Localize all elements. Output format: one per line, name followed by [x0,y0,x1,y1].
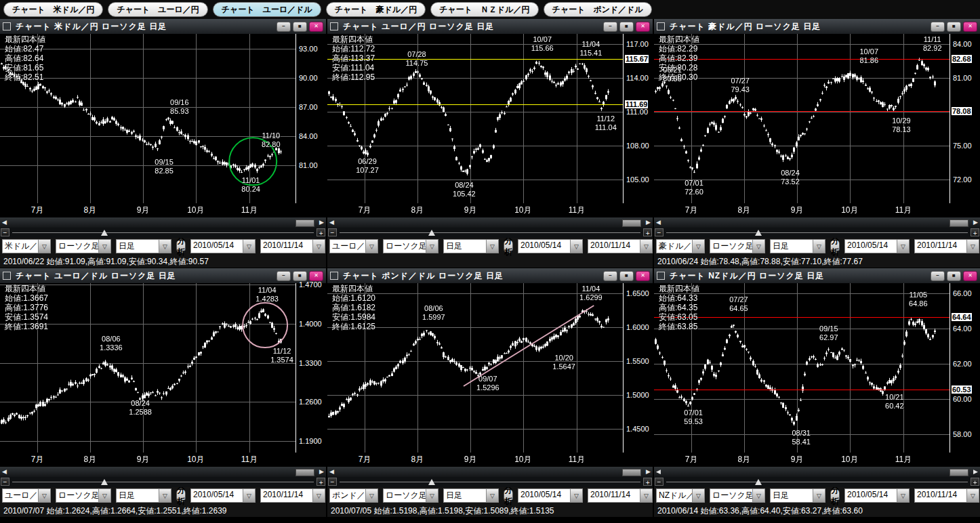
zoom-out-button[interactable]: − [1,478,9,486]
chart-style-select-value[interactable]: ローソク足 [710,489,752,502]
chart-scrollbar[interactable]: ◀▶ [327,466,653,477]
scroll-right-arrow-icon[interactable]: ▶ [973,219,978,226]
dropdown-arrow-icon[interactable]: ▽ [98,489,110,502]
zoom-in-button[interactable]: ＋ [643,478,652,486]
date-from-select-value[interactable]: 2010/05/14 [845,489,897,502]
zoom-in-button[interactable]: ＋ [971,228,979,236]
chart-scrollbar[interactable]: ◀▶ [0,217,326,228]
analyze-button[interactable]: 分析 [176,239,186,253]
chart-style-select-value[interactable]: ローソク足 [384,240,426,253]
zoom-slider-handle[interactable] [428,230,435,236]
minimize-button[interactable]: − [603,271,617,281]
dropdown-arrow-icon[interactable]: ▽ [98,240,110,253]
dropdown-arrow-icon[interactable]: ▽ [486,240,498,253]
dropdown-arrow-icon[interactable]: ▽ [365,489,377,502]
pair-select-value[interactable]: ポンド／ドル [330,489,365,502]
date-from-select-value[interactable]: 2010/05/14 [518,489,570,502]
dropdown-arrow-icon[interactable]: ▽ [159,240,171,253]
zoom-slider-handle[interactable] [755,230,762,236]
chart-scrollbar[interactable]: ◀▶ [327,217,653,228]
scrollbar-thumb[interactable] [950,219,968,227]
period-select-value[interactable]: 日足 [117,240,159,253]
date-to-select-value[interactable]: 2010/11/14 [588,240,640,253]
date-to-select-value[interactable]: 2010/11/14 [261,489,312,502]
chart-scrollbar[interactable]: ◀▶ [654,466,980,477]
chart-style-select-value[interactable]: ローソク足 [56,489,98,502]
scroll-right-arrow-icon[interactable]: ▶ [319,219,324,226]
maximize-button[interactable]: ■ [947,22,961,32]
scrollbar-thumb[interactable] [622,469,641,476]
close-button[interactable]: ✕ [636,271,650,281]
chart-style-select-value[interactable]: ローソク足 [384,489,426,502]
date-from-select-value[interactable]: 2010/05/14 [518,240,570,253]
close-button[interactable]: ✕ [963,22,977,32]
dropdown-arrow-icon[interactable]: ▽ [426,240,438,253]
close-button[interactable]: ✕ [309,22,323,32]
dropdown-arrow-icon[interactable]: ▽ [752,240,764,253]
analyze-button[interactable]: 分析 [176,488,186,503]
analyze-button[interactable]: 分析 [830,239,840,253]
maximize-button[interactable]: ■ [293,22,307,32]
zoom-out-button[interactable]: − [655,228,663,236]
dropdown-arrow-icon[interactable]: ▽ [813,240,825,253]
chart-scrollbar[interactable]: ◀▶ [654,217,980,228]
period-select-value[interactable]: 日足 [117,489,159,502]
dropdown-arrow-icon[interactable]: ▽ [897,489,909,502]
zoom-slider-handle[interactable] [101,479,108,485]
dropdown-arrow-icon[interactable]: ▽ [365,240,377,253]
maximize-button[interactable]: ■ [293,271,307,281]
pair-select-value[interactable]: ユーロ／ドル [3,489,38,502]
date-to-select-value[interactable]: 2010/11/14 [915,240,966,253]
tab-eurusd[interactable]: チャート ユーロ／ドル [213,2,321,17]
maximize-button[interactable]: ■ [947,271,961,281]
dropdown-arrow-icon[interactable]: ▽ [426,489,438,502]
period-select-value[interactable]: 日足 [444,489,486,502]
dropdown-arrow-icon[interactable]: ▽ [312,240,325,253]
zoom-out-button[interactable]: − [1,228,9,236]
pair-select-value[interactable]: 豪ドル／円 [657,240,692,253]
analyze-button[interactable]: 分析 [830,488,840,503]
scroll-left-arrow-icon[interactable]: ◀ [656,468,661,476]
scrollbar-thumb[interactable] [622,219,641,227]
scroll-left-arrow-icon[interactable]: ◀ [329,468,334,476]
tab-usdjpy[interactable]: チャート 米ドル／円 [3,2,103,17]
scroll-right-arrow-icon[interactable]: ▶ [973,468,978,476]
close-button[interactable]: ✕ [309,271,323,281]
maximize-button[interactable]: ■ [619,271,634,281]
dropdown-arrow-icon[interactable]: ▽ [570,240,582,253]
chart-scrollbar[interactable]: ◀▶ [0,466,326,477]
scroll-right-arrow-icon[interactable]: ▶ [646,468,651,476]
dropdown-arrow-icon[interactable]: ▽ [312,489,325,502]
pair-select-value[interactable]: 米ドル／円 [3,240,38,253]
date-to-select-value[interactable]: 2010/11/14 [261,240,312,253]
pair-select-value[interactable]: NZドル／円 [657,489,692,502]
scrollbar-thumb[interactable] [295,469,314,476]
zoom-in-button[interactable]: ＋ [971,478,979,486]
scroll-right-arrow-icon[interactable]: ▶ [646,219,651,226]
close-button[interactable]: ✕ [963,271,977,281]
dropdown-arrow-icon[interactable]: ▽ [692,240,704,253]
scroll-right-arrow-icon[interactable]: ▶ [319,468,324,476]
date-to-select-value[interactable]: 2010/11/14 [588,489,640,502]
minimize-button[interactable]: − [277,22,291,32]
date-from-select-value[interactable]: 2010/05/14 [191,240,243,253]
tab-nzdjpy[interactable]: チャート ＮＺドル／円 [430,2,538,17]
scrollbar-thumb[interactable] [295,219,314,227]
analyze-button[interactable]: 分析 [504,488,513,503]
dropdown-arrow-icon[interactable]: ▽ [486,489,498,502]
minimize-button[interactable]: − [931,271,945,281]
dropdown-arrow-icon[interactable]: ▽ [966,489,979,502]
zoom-in-button[interactable]: ＋ [317,478,325,486]
zoom-slider-handle[interactable] [755,479,762,485]
scroll-left-arrow-icon[interactable]: ◀ [656,219,661,226]
dropdown-arrow-icon[interactable]: ▽ [38,489,50,502]
chart-style-select-value[interactable]: ローソク足 [56,240,98,253]
analyze-button[interactable]: 分析 [504,239,513,253]
dropdown-arrow-icon[interactable]: ▽ [752,489,764,502]
dropdown-arrow-icon[interactable]: ▽ [243,489,255,502]
tab-eurjpy[interactable]: チャート ユーロ／円 [108,2,207,17]
dropdown-arrow-icon[interactable]: ▽ [640,240,652,253]
dropdown-arrow-icon[interactable]: ▽ [570,489,582,502]
dropdown-arrow-icon[interactable]: ▽ [692,489,704,502]
tab-audjpy[interactable]: チャート 豪ドル／円 [326,2,426,17]
